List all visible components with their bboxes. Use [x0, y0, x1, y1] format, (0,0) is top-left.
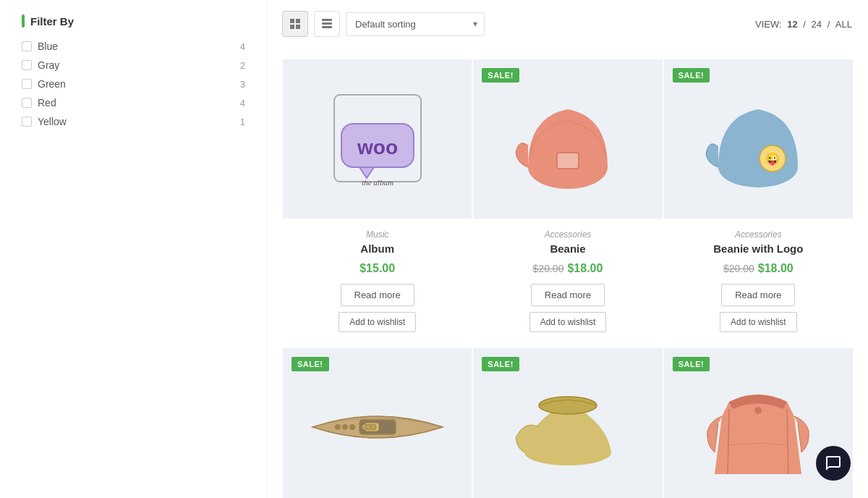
view-separator-1: / — [803, 19, 808, 30]
filter-checkbox-green[interactable] — [22, 79, 32, 89]
read-more-button[interactable]: Read more — [531, 284, 605, 306]
price-original: $20.00 — [533, 263, 564, 274]
product-card: SALE! Accessories Belt $65.00$55.00 Read… — [282, 347, 472, 498]
filter-label-red: Red — [38, 97, 56, 109]
sale-badge: SALE! — [482, 357, 519, 371]
product-image-wrap: SALE! — [283, 348, 472, 498]
filter-label-green: Green — [38, 78, 66, 90]
product-image-wrap: SALE! — [473, 348, 662, 498]
product-price: $15.00 — [283, 262, 472, 275]
product-image-wrap: SALE! 😜 — [664, 59, 853, 219]
product-card: SALE! Accessories Beanie $20.00$18.00 Re… — [472, 59, 663, 347]
sale-badge: SALE! — [673, 68, 710, 83]
svg-text:woo: woo — [357, 136, 398, 159]
product-card: woo the album Music Album $15.00 Read mo… — [282, 59, 472, 347]
svg-point-21 — [754, 407, 762, 414]
sort-select[interactable]: Default sortingSort by popularitySort by… — [346, 12, 485, 36]
view-separator-2: / — [827, 19, 833, 30]
sidebar: Filter By Blue 4 Gray 2 Green 3 Red 4 Ye… — [0, 0, 268, 498]
read-more-button[interactable]: Read more — [721, 284, 795, 306]
toolbar-left: Default sortingSort by popularitySort by… — [282, 11, 485, 37]
sale-badge: SALE! — [673, 357, 710, 371]
toolbar: Default sortingSort by popularitySort by… — [282, 11, 854, 44]
filter-item-left: Red — [22, 97, 56, 109]
svg-text:😜: 😜 — [765, 152, 780, 166]
product-name: Beanie with Logo — [664, 242, 853, 255]
price-current: $18.00 — [758, 262, 793, 274]
svg-point-17 — [342, 424, 348, 430]
read-more-button[interactable]: Read more — [341, 284, 414, 306]
svg-rect-6 — [557, 153, 579, 169]
grid-view-button[interactable] — [282, 11, 308, 37]
product-category: Accessories — [664, 229, 853, 240]
filter-item-left: Green — [22, 78, 66, 90]
filter-item: Yellow 1 — [22, 116, 245, 127]
chat-bubble-button[interactable] — [816, 446, 851, 481]
product-image — [510, 73, 626, 206]
filter-item: Blue 4 — [22, 41, 245, 52]
filter-item: Green 3 — [22, 78, 245, 90]
filter-checkbox-gray[interactable] — [22, 60, 32, 70]
filter-item: Gray 2 — [22, 59, 245, 71]
filter-checkbox-blue[interactable] — [22, 41, 32, 51]
grid-icon — [290, 19, 300, 29]
filter-item-left: Yellow — [22, 116, 67, 127]
view-all[interactable]: ALL — [835, 19, 852, 30]
view-label: VIEW: — [755, 19, 782, 30]
product-price: $20.00$18.00 — [664, 262, 853, 275]
product-actions: Read more Add to wishlist — [473, 284, 662, 332]
filter-count-yellow: 1 — [240, 117, 245, 127]
svg-point-16 — [335, 424, 341, 430]
view-12[interactable]: 12 — [787, 19, 797, 30]
product-category: Music — [283, 229, 472, 240]
price-current: $18.00 — [567, 262, 603, 274]
filter-item-left: Blue — [22, 41, 58, 52]
filter-count-red: 4 — [240, 98, 245, 109]
svg-point-15 — [370, 424, 376, 430]
sale-badge: SALE! — [482, 68, 519, 83]
svg-marker-3 — [359, 167, 374, 178]
product-image: woo the album — [320, 80, 435, 198]
filter-label-blue: Blue — [38, 41, 58, 52]
svg-text:the album: the album — [362, 178, 393, 187]
product-name: Beanie — [473, 242, 662, 255]
list-icon — [322, 19, 332, 29]
sale-badge: SALE! — [292, 357, 329, 371]
product-image — [700, 358, 816, 498]
filter-checkbox-yellow[interactable] — [22, 117, 32, 127]
product-card: SALE! 😜 Accessories Beanie with Logo $20… — [663, 59, 854, 347]
product-grid: woo the album Music Album $15.00 Read mo… — [282, 59, 854, 498]
filter-count-green: 3 — [240, 79, 245, 90]
sort-wrapper: Default sortingSort by popularitySort by… — [346, 12, 485, 36]
product-card: SALE! Accessories Cap $34.00$29.00 Read … — [472, 347, 663, 498]
price-original: $20.00 — [723, 263, 754, 274]
add-to-wishlist-button[interactable]: Add to wishlist — [339, 312, 416, 332]
view-24[interactable]: 24 — [812, 19, 822, 30]
main-content: Default sortingSort by popularitySort by… — [268, 0, 868, 498]
filter-item-left: Gray — [22, 59, 59, 71]
chat-icon — [825, 455, 842, 472]
product-category: Accessories — [473, 229, 662, 240]
price-current: $15.00 — [359, 262, 395, 274]
product-image-wrap: woo the album — [283, 59, 472, 219]
filter-list: Blue 4 Gray 2 Green 3 Red 4 Yellow 1 — [22, 41, 245, 127]
product-price: $20.00$18.00 — [473, 262, 662, 275]
svg-point-18 — [349, 424, 355, 430]
filter-count-gray: 2 — [240, 60, 245, 71]
add-to-wishlist-button[interactable]: Add to wishlist — [720, 312, 797, 332]
filter-checkbox-red[interactable] — [22, 98, 32, 108]
product-image — [503, 380, 633, 476]
product-image: 😜 — [700, 73, 816, 206]
list-view-button[interactable] — [314, 11, 340, 37]
filter-item: Red 4 — [22, 97, 245, 109]
filter-label-gray: Gray — [38, 59, 59, 71]
filter-count-blue: 4 — [240, 41, 245, 52]
product-actions: Read more Add to wishlist — [664, 284, 853, 332]
product-image — [305, 391, 450, 465]
product-image-wrap: SALE! — [473, 59, 662, 219]
filter-label-yellow: Yellow — [38, 116, 67, 127]
filter-title: Filter By — [22, 14, 245, 28]
product-name: Album — [283, 242, 472, 255]
add-to-wishlist-button[interactable]: Add to wishlist — [529, 312, 607, 332]
product-actions: Read more Add to wishlist — [283, 284, 472, 332]
